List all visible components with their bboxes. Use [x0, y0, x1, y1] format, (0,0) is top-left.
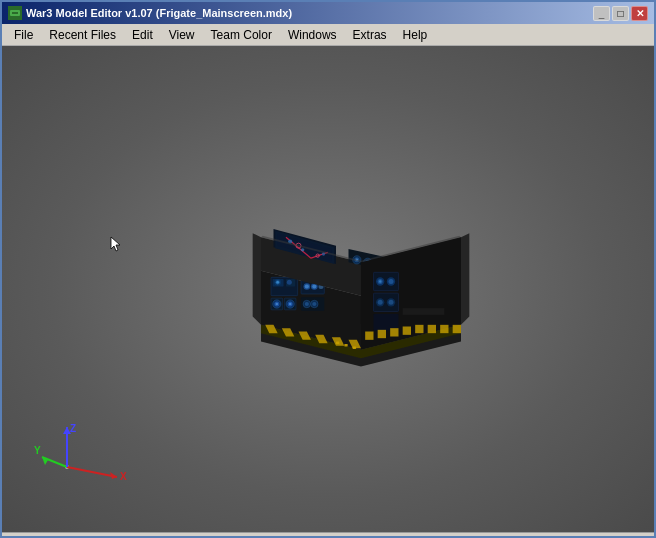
menu-item-help[interactable]: Help — [395, 26, 436, 44]
menu-item-edit[interactable]: Edit — [124, 26, 161, 44]
svg-point-24 — [304, 284, 308, 288]
menu-item-recent-files[interactable]: Recent Files — [41, 26, 124, 44]
svg-marker-80 — [365, 332, 373, 340]
menu-item-team-color[interactable]: Team Color — [203, 26, 280, 44]
svg-point-42 — [301, 248, 304, 251]
svg-marker-76 — [415, 325, 423, 333]
svg-point-26 — [312, 284, 316, 288]
svg-marker-74 — [440, 325, 448, 333]
svg-point-56 — [379, 280, 382, 283]
svg-marker-89 — [110, 472, 117, 479]
axis-svg: X Y Z — [32, 422, 132, 492]
svg-marker-73 — [452, 325, 460, 333]
close-button[interactable]: ✕ — [631, 6, 648, 21]
svg-marker-79 — [377, 330, 385, 338]
title-bar: War3 Model Editor v1.07 (Frigate_Mainscr… — [2, 2, 654, 24]
svg-point-21 — [289, 303, 292, 306]
main-window: War3 Model Editor v1.07 (Frigate_Mainscr… — [0, 0, 656, 538]
svg-rect-85 — [344, 344, 347, 347]
viewport[interactable]: X Y Z — [2, 46, 654, 532]
svg-text:Z: Z — [70, 423, 76, 434]
svg-point-11 — [276, 281, 279, 284]
svg-line-88 — [67, 467, 117, 477]
title-bar-left: War3 Model Editor v1.07 (Frigate_Mainscr… — [8, 6, 292, 20]
app-icon — [8, 6, 22, 20]
model-3d — [221, 179, 501, 379]
svg-rect-2 — [12, 12, 18, 14]
menu-item-windows[interactable]: Windows — [280, 26, 345, 44]
window-title: War3 Model Editor v1.07 (Frigate_Mainscr… — [26, 7, 292, 19]
model-svg — [221, 179, 501, 379]
svg-marker-75 — [427, 325, 435, 333]
svg-rect-84 — [336, 342, 339, 345]
svg-rect-65 — [402, 308, 444, 315]
svg-point-13 — [286, 280, 291, 285]
minimize-button[interactable]: _ — [593, 6, 610, 21]
svg-point-58 — [388, 279, 393, 284]
menu-item-view[interactable]: View — [161, 26, 203, 44]
svg-point-63 — [388, 300, 393, 305]
svg-text:Y: Y — [34, 445, 41, 456]
svg-marker-78 — [390, 328, 398, 336]
menu-item-extras[interactable]: Extras — [345, 26, 395, 44]
menu-item-file[interactable]: File — [6, 26, 41, 44]
menu-bar: FileRecent FilesEditViewTeam ColorWindow… — [2, 24, 654, 46]
svg-rect-86 — [352, 347, 355, 350]
svg-marker-77 — [402, 327, 410, 335]
svg-point-32 — [312, 302, 316, 306]
maximize-button[interactable]: □ — [612, 6, 629, 21]
svg-marker-81 — [252, 233, 260, 325]
svg-point-61 — [377, 300, 382, 305]
svg-marker-82 — [461, 233, 469, 325]
status-bar — [2, 532, 654, 536]
svg-point-30 — [304, 302, 308, 306]
svg-text:X: X — [120, 471, 127, 482]
title-controls: _ □ ✕ — [593, 6, 648, 21]
svg-point-17 — [275, 303, 278, 306]
axis-indicator: X Y Z — [32, 422, 132, 492]
